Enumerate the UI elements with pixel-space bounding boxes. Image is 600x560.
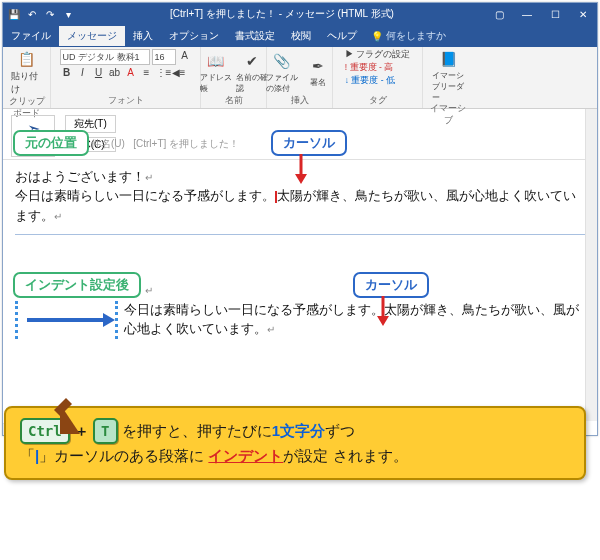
group-include: 📎 ファイルの添付 ✒ 署名 挿入 <box>267 47 333 108</box>
svg-marker-5 <box>103 313 115 327</box>
tab-review[interactable]: 校閲 <box>283 26 319 46</box>
callout-line-2: 「|」カーソルのある段落に インデントが設定 されます。 <box>20 444 570 468</box>
outlook-window: 💾 ↶ ↷ ▾ [Ctrl+T] を押しました！ - メッセージ (HTML 形… <box>2 2 598 436</box>
redo-icon[interactable]: ↷ <box>43 7 57 21</box>
callout: Ctrl ＋ T を押すと、押すたびに1文字分ずつ 「|」カーソルのある段落に … <box>4 406 586 480</box>
maximize-icon[interactable]: ☐ <box>545 9 565 20</box>
label-after-indent: インデント設定後 <box>13 272 141 298</box>
group-immersive: 📘 イマーシブリーダー イマーシブ <box>423 47 473 108</box>
svg-marker-3 <box>377 316 389 326</box>
qat-more-icon[interactable]: ▾ <box>61 7 75 21</box>
callout-line-1: Ctrl ＋ T を押すと、押すたびに1文字分ずつ <box>20 418 570 444</box>
tab-message[interactable]: メッセージ <box>59 26 125 46</box>
font-color-icon[interactable]: A <box>124 67 138 81</box>
group-clipboard: 📋 貼り付け クリップボード <box>3 47 51 108</box>
titlebar: 💾 ↶ ↷ ▾ [Ctrl+T] を押しました！ - メッセージ (HTML 形… <box>3 3 597 25</box>
body-line-2: 今日は素晴らしい一日になる予感がします。太陽が輝き、鳥たちが歌い、風が心地よく吹… <box>15 187 585 226</box>
signature-button[interactable]: ✒ 署名 <box>302 56 334 88</box>
label-original-position: 元の位置 <box>13 130 89 156</box>
group-tags: ▶ フラグの設定 ! 重要度 - 高 ↓ 重要度 - 低 タグ <box>333 47 423 108</box>
message-body[interactable]: 元の位置 件名(U) [Ctrl+T] を押しました！ カーソル おはようござい… <box>3 160 597 432</box>
group-names: 📖 アドレス帳 ✔ 名前の確認 名前 <box>201 47 267 108</box>
key-t: T <box>93 418 117 444</box>
undo-icon[interactable]: ↶ <box>25 7 39 21</box>
flag-button[interactable]: ▶ フラグの設定 <box>345 49 410 61</box>
window-buttons: ▢ — ☐ ✕ <box>489 9 593 20</box>
underline-icon[interactable]: U <box>92 67 106 81</box>
arrow-cursor-1 <box>293 154 309 184</box>
address-book-icon: 📖 <box>206 51 226 71</box>
font-size-select[interactable]: 16 <box>152 49 176 65</box>
signature-icon: ✒ <box>308 56 328 76</box>
paste-icon: 📋 <box>17 49 37 69</box>
highlight-icon[interactable]: ab <box>108 67 122 81</box>
scrollbar-vertical[interactable] <box>585 109 597 421</box>
label-cursor-2: カーソル <box>353 272 429 298</box>
close-icon[interactable]: ✕ <box>573 9 593 20</box>
attach-button[interactable]: 📎 ファイルの添付 <box>266 51 298 94</box>
callout-pointer-icon <box>50 394 90 436</box>
immersive-reader-button[interactable]: 📘 イマーシブリーダー <box>432 49 464 103</box>
ribbon: 📋 貼り付け クリップボード UD デジタル 教科1 16 A B I U <box>3 47 597 109</box>
tab-options[interactable]: オプション <box>161 26 227 46</box>
tab-format[interactable]: 書式設定 <box>227 26 283 46</box>
ribbon-tabs: ファイル メッセージ 挿入 オプション 書式設定 校閲 ヘルプ 💡 何をしますか <box>3 25 597 47</box>
separator-line <box>15 234 585 235</box>
tell-me[interactable]: 💡 何をしますか <box>371 29 446 43</box>
bulb-icon: 💡 <box>371 31 383 42</box>
arrow-cursor-2 <box>375 296 391 326</box>
check-names-button[interactable]: ✔ 名前の確認 <box>236 51 268 94</box>
bold-icon[interactable]: B <box>60 67 74 81</box>
italic-icon[interactable]: I <box>76 67 90 81</box>
attach-icon: 📎 <box>272 51 292 71</box>
svg-marker-1 <box>295 174 307 184</box>
indented-paragraph: 今日は素晴らしい一日になる予感がします。太陽が輝き、鳥たちが歌い、風が心地よく吹… <box>115 301 585 340</box>
tab-insert[interactable]: 挿入 <box>125 26 161 46</box>
subject-row: 件名(U) [Ctrl+T] を押しました！ <box>91 136 239 152</box>
ribbon-collapse-icon[interactable]: ▢ <box>489 9 509 20</box>
importance-high-button[interactable]: ! 重要度 - 高 <box>345 62 393 74</box>
numbering-icon[interactable]: ⋮≡ <box>156 67 170 81</box>
minimize-icon[interactable]: — <box>517 9 537 20</box>
indent-width-arrow <box>25 301 115 340</box>
immersive-reader-icon: 📘 <box>438 49 458 69</box>
paste-button[interactable]: 📋 貼り付け <box>11 49 43 96</box>
group-font: UD デジタル 教科1 16 A B I U ab A ≡ ⋮≡ ◀≡ <box>51 47 201 108</box>
window-title: [Ctrl+T] を押しました！ - メッセージ (HTML 形式) <box>75 7 489 21</box>
importance-low-button[interactable]: ↓ 重要度 - 低 <box>345 75 395 87</box>
font-name-select[interactable]: UD デジタル 教科1 <box>60 49 150 65</box>
bullets-icon[interactable]: ≡ <box>140 67 154 81</box>
label-cursor-1: カーソル <box>271 130 347 156</box>
grow-font-icon[interactable]: A <box>178 50 192 64</box>
quick-access-toolbar: 💾 ↶ ↷ ▾ <box>7 7 75 21</box>
address-book-button[interactable]: 📖 アドレス帳 <box>200 51 232 94</box>
tab-file[interactable]: ファイル <box>3 26 59 46</box>
save-icon[interactable]: 💾 <box>7 7 21 21</box>
tab-help[interactable]: ヘルプ <box>319 26 365 46</box>
indent-block: 今日は素晴らしい一日になる予感がします。太陽が輝き、鳥たちが歌い、風が心地よく吹… <box>15 301 585 340</box>
indent-icon[interactable]: ◀≡ <box>172 67 186 81</box>
indent-marker-left <box>15 301 21 340</box>
check-names-icon: ✔ <box>242 51 262 71</box>
